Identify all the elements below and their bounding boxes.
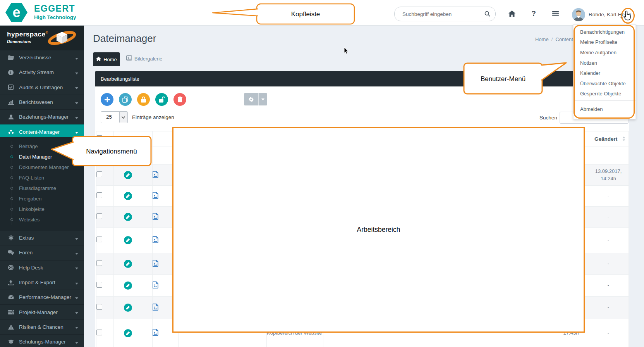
edit-icon[interactable]: [124, 236, 132, 244]
sidebar-item-audits[interactable]: Audits & Umfragen: [0, 80, 84, 95]
edit-icon[interactable]: [124, 213, 132, 221]
brand-tagline: High Technology: [34, 14, 76, 20]
svg-text:Benutzer-Menü: Benutzer-Menü: [481, 75, 526, 83]
image-file-icon[interactable]: [153, 193, 158, 200]
row-checkbox[interactable]: [96, 282, 102, 288]
row-checkbox[interactable]: [96, 260, 102, 266]
row-checkbox[interactable]: [96, 213, 102, 219]
sidebar-item-faq-listen[interactable]: FAQ-Listen: [0, 173, 84, 183]
image-file-icon[interactable]: [153, 238, 158, 244]
app-screen: e EGGERT High Technology ? Rohde, Karl-H…: [0, 0, 644, 347]
menu-item-meine-profilseite[interactable]: Meine Profilseite: [574, 37, 635, 48]
sidebar-item-activity-stream[interactable]: Activity Stream: [0, 65, 84, 80]
row-checkbox[interactable]: [96, 237, 102, 242]
chevron-down-icon[interactable]: [620, 13, 623, 20]
edit-icon[interactable]: [124, 281, 132, 290]
list-icon[interactable]: [549, 9, 562, 18]
edit-icon[interactable]: [124, 329, 132, 337]
unlock-button[interactable]: [155, 93, 168, 106]
menu-item-notizen[interactable]: Notizen: [574, 58, 635, 68]
caret-down-icon: [75, 279, 78, 286]
sidebar-item-berichtswesen[interactable]: Berichtswesen: [0, 95, 84, 110]
bullet-icon: [10, 197, 13, 200]
image-file-icon[interactable]: [153, 330, 158, 337]
edit-icon[interactable]: [124, 192, 132, 200]
image-file-icon[interactable]: [153, 173, 158, 179]
row-checkbox[interactable]: [96, 192, 102, 198]
user-avatar[interactable]: [572, 8, 585, 21]
image-file-icon[interactable]: [153, 261, 158, 268]
caret-down-icon: [75, 323, 78, 330]
tab-home[interactable]: Home: [93, 52, 120, 66]
home-icon[interactable]: [506, 9, 518, 18]
graduation-cap-icon: [7, 340, 15, 344]
page-title: Dateimanager: [93, 33, 156, 45]
sidebar-item-freigaben[interactable]: Freigaben: [0, 193, 84, 204]
menu-item-abmelden[interactable]: Abmelden: [574, 103, 635, 115]
svg-text:Kopfleiste: Kopfleiste: [291, 10, 320, 18]
sidebar-item-websites[interactable]: Websites: [0, 214, 84, 225]
chevron-down-icon[interactable]: [258, 93, 267, 105]
tab-bildergalerie[interactable]: Bildergalerie: [126, 55, 162, 62]
sidebar-item-help-desk[interactable]: Help Desk: [0, 261, 84, 275]
sidebar-item-beziehungs-manager[interactable]: Beziehungs-Manager: [0, 110, 84, 124]
page-length-select[interactable]: 25: [101, 111, 128, 123]
edit-icon[interactable]: [124, 260, 132, 268]
life-ring-icon: [7, 265, 15, 270]
add-button[interactable]: [101, 93, 113, 106]
sidebar-item-import-export[interactable]: Import & Export: [0, 275, 84, 290]
global-search-input[interactable]: [402, 7, 481, 21]
cubes-icon: [7, 129, 15, 134]
breadcrumb-home[interactable]: Home: [535, 36, 549, 42]
menu-item-kalender[interactable]: Kalender: [574, 68, 635, 78]
image-file-icon[interactable]: [153, 305, 158, 312]
help-icon[interactable]: ?: [527, 9, 540, 18]
sidebar-item-flussdiagramme[interactable]: Flussdiagramme: [0, 183, 84, 193]
delete-button[interactable]: [173, 93, 186, 106]
annotation-kopfleiste: Kopfleiste: [209, 1, 360, 27]
sort-icon[interactable]: [622, 136, 625, 143]
hyperspace-sub: Dimensions: [7, 39, 48, 44]
bullet-icon: [10, 145, 13, 148]
row-checkbox[interactable]: [96, 304, 102, 310]
sidebar: hyperspace® Dimensions Verzeichnisse Act…: [0, 25, 84, 347]
caret-down-icon: [75, 235, 78, 242]
sidebar-item-schulungs-manager[interactable]: Schulungs-Manager: [0, 335, 84, 347]
user-name[interactable]: Rohde, Karl-Heinz: [589, 10, 631, 19]
lock-button[interactable]: [137, 93, 150, 106]
caret-down-icon: [75, 249, 78, 256]
menu-divider: [574, 100, 635, 101]
row-checkbox[interactable]: [96, 330, 102, 335]
gear-icon[interactable]: [244, 93, 258, 105]
info-icon: [7, 70, 15, 75]
menu-item-ueberwachte-objekte[interactable]: Überwachte Objekte: [574, 78, 635, 89]
copy-button[interactable]: [119, 93, 132, 106]
image-file-icon[interactable]: [153, 214, 158, 221]
caret-down-icon: [75, 99, 78, 106]
bar-chart-icon: [7, 100, 15, 105]
sidebar-item-foren[interactable]: Foren: [0, 245, 84, 260]
changed-cell: -: [588, 297, 629, 319]
caret-down-icon: [75, 84, 78, 91]
sidebar-item-verzeichnisse[interactable]: Verzeichnisse: [0, 50, 84, 65]
image-file-icon[interactable]: [153, 283, 158, 290]
sidebar-item-linkobjekte[interactable]: Linkobjekte: [0, 204, 84, 214]
menu-item-meine-aufgaben[interactable]: Meine Aufgaben: [574, 47, 635, 58]
bullet-icon: [10, 155, 13, 158]
column-header-geaendert[interactable]: Geändert: [588, 131, 629, 147]
menu-item-benachrichtigungen[interactable]: Benachrichtigungen: [574, 27, 635, 37]
sidebar-item-performance-manager[interactable]: Performance-Manager: [0, 290, 84, 305]
changed-cell: -: [588, 275, 629, 297]
row-checkbox[interactable]: [96, 171, 102, 177]
edit-icon[interactable]: [124, 171, 132, 179]
sidebar-menu-lower: Extras Foren Help Desk Import & Export P…: [0, 231, 84, 347]
sidebar-item-risiken-chancen[interactable]: Risiken & Chancen: [0, 320, 84, 335]
brand-name: EGGERT: [34, 4, 76, 13]
sidebar-item-projekt-manager[interactable]: Projekt-Manager: [0, 305, 84, 319]
settings-split-button[interactable]: [244, 93, 267, 105]
sidebar-item-extras[interactable]: Extras: [0, 231, 84, 245]
warning-icon: [7, 325, 15, 330]
search-icon[interactable]: [484, 10, 491, 19]
edit-icon[interactable]: [124, 304, 132, 312]
menu-item-gesperrte-objekte[interactable]: Gesperrte Objekte: [574, 89, 635, 99]
